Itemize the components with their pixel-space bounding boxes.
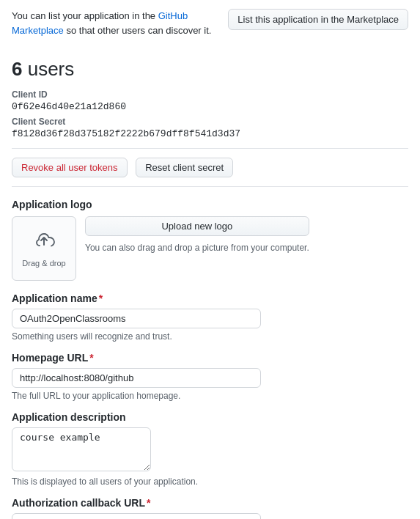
users-header: 6 users [12,58,408,81]
drag-drop-hint: You can also drag and drop a picture fro… [85,242,309,254]
app-description-input[interactable]: course example [12,427,151,471]
homepage-url-hint: The full URL to your application homepag… [12,391,408,401]
users-count: 6 [12,58,22,80]
client-secret-group: Client Secret f8128d36f28d375182f2222b67… [12,117,408,139]
app-description-label: Application description [12,411,408,423]
reset-secret-button[interactable]: Reset client secret [136,158,233,177]
list-marketplace-button[interactable]: List this application in the Marketplace [228,9,408,30]
client-secret-label: Client Secret [12,117,408,127]
marketplace-bar: You can list your application in the Git… [12,9,408,46]
app-description-hint: This is displayed to all users of your a… [12,476,408,487]
app-name-hint: Something users will recognize and trust… [12,331,408,342]
drag-drop-label: Drag & drop [22,259,65,268]
logo-section-title: Application logo [12,199,408,210]
drag-drop-zone[interactable]: Drag & drop [12,216,76,281]
callback-url-label: Authorization callback URL* [12,497,408,509]
upload-logo-button[interactable]: Upload new logo [85,216,309,236]
client-id-group: Client ID 0f62e46d40e21a12d860 [12,89,408,112]
client-id-value: 0f62e46d40e21a12d860 [12,101,408,112]
app-name-group: Application name* Something users will r… [12,292,408,342]
homepage-url-group: Homepage URL* The full URL to your appli… [12,352,408,401]
logo-area: Drag & drop Upload new logo You can also… [12,216,408,281]
token-actions: Revoke all user tokens Reset client secr… [12,158,408,177]
marketplace-desc-end: so that other users can discover it. [66,25,211,36]
revoke-tokens-button[interactable]: Revoke all user tokens [12,158,128,177]
cloud-upload-icon [32,230,56,256]
client-id-label: Client ID [12,89,408,100]
homepage-url-input[interactable] [12,368,261,388]
logo-upload-area: Upload new logo You can also drag and dr… [85,216,309,254]
app-description-group: Application description course example T… [12,411,408,487]
marketplace-desc-text: You can list your application in the [12,10,155,21]
divider-2 [12,186,408,187]
marketplace-description: You can list your application in the Git… [12,9,219,37]
callback-url-group: Authorization callback URL* Your applica… [12,497,408,519]
callback-url-input[interactable] [12,513,261,519]
users-label: users [28,58,75,80]
app-name-input[interactable] [12,309,261,328]
divider-1 [12,148,408,149]
app-name-label: Application name* [12,292,408,304]
homepage-url-label: Homepage URL* [12,352,408,364]
client-secret-value: f8128d36f28d375182f2222b679dff8f541d3d37 [12,128,408,139]
